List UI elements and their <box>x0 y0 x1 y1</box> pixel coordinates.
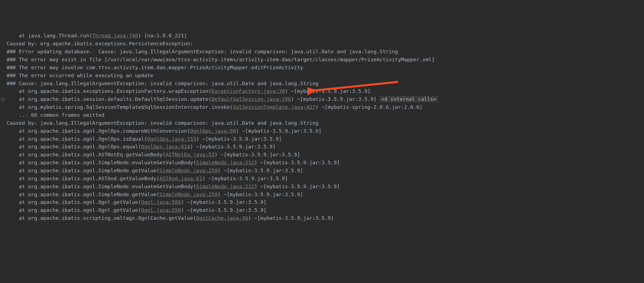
source-link[interactable]: OgnlCache.java:46 <box>196 215 248 221</box>
log-suffix: ) ~[mybatis-3.5.9.jar:3.5.9] <box>218 168 303 173</box>
log-text: ### Error updating database. Cause: java… <box>7 49 398 54</box>
log-suffix: ) ~[mybatis-3.5.9.jar:3.5.9] <box>254 160 340 165</box>
log-line: + at org.apache.ibatis.session.defaults.… <box>0 95 644 103</box>
log-text: ### The error may exist in file [/usr/lo… <box>7 57 435 62</box>
log-line: at org.apache.ibatis.ognl.ASTAnd.getValu… <box>0 175 644 183</box>
log-line: ### Error updating database. Cause: java… <box>0 48 644 56</box>
log-suffix: ) ~[mybatis-3.5.9.jar:3.5.9] <box>202 176 288 181</box>
source-link[interactable]: Ognl.java:586 <box>141 199 181 205</box>
source-link[interactable]: OgnlOps.java:98 <box>190 128 236 134</box>
log-suffix: ) ~[mybatis-3.5.9.jar:3.5.9] <box>254 184 340 189</box>
log-text: at org.apache.ibatis.ognl.OgnlOps.isEqua… <box>7 136 147 142</box>
log-line: at org.mybatis.spring.SqlSessionTemplate… <box>0 103 644 111</box>
log-text: at org.apache.ibatis.exceptions.Exceptio… <box>7 88 211 94</box>
log-line: at org.apache.ibatis.ognl.Ognl.getValue(… <box>0 198 644 206</box>
source-link[interactable]: Ognl.java:550 <box>141 207 181 213</box>
log-text: at org.mybatis.spring.SqlSessionTemplate… <box>7 104 233 110</box>
log-line: Caused by: org.apache.ibatis.exceptions.… <box>0 40 644 48</box>
log-suffix: ) ~[mybatis-3.5.9.jar:3.5.9] <box>181 199 267 205</box>
log-text: at org.apache.ibatis.ognl.ASTNotEq.getVa… <box>7 152 166 157</box>
log-line: at org.apache.ibatis.scripting.xmltags.O… <box>0 214 644 222</box>
log-text: at org.apache.ibatis.ognl.SimpleNode.get… <box>7 168 159 173</box>
log-text: at org.apache.ibatis.ognl.Ognl.getValue( <box>7 207 141 213</box>
log-suffix: ) ~[mybatis-3.5.9.jar:3.5.9] <box>218 192 303 197</box>
log-line: at org.apache.ibatis.ognl.SimpleNode.eva… <box>0 159 644 167</box>
log-line: at org.apache.ibatis.ognl.ASTNotEq.getVa… <box>0 151 644 159</box>
log-suffix: ) [na:1.8.0_221] <box>138 33 187 38</box>
log-suffix: ) ~[mybatis-3.5.9.jar:3.5.9] <box>190 144 276 149</box>
source-link[interactable]: OgnlOps.java:814 <box>141 144 190 149</box>
log-suffix: ) ~[mybatis-3.5.9.jar:3.5.9] <box>196 136 282 142</box>
log-text: at org.apache.ibatis.ognl.SimpleNode.eva… <box>7 184 196 189</box>
log-suffix: ) ~[mybatis-spring-2.0.6.jar:2.0.6] <box>315 104 422 110</box>
log-suffix: ) ~[mybatis-3.5.9.jar:3.5.9] <box>214 152 300 157</box>
log-line: ### The error occurred while executing a… <box>0 72 644 80</box>
source-link[interactable]: DefaultSqlSession.java:196 <box>211 96 291 102</box>
log-line: at org.apache.ibatis.ognl.SimpleNode.get… <box>0 167 644 175</box>
log-suffix: ) ~[mybatis-3.5.9.jar:3.5.9] <box>291 96 380 102</box>
source-link[interactable]: SimpleNode.java:212 <box>196 184 254 189</box>
log-line: at org.apache.ibatis.exceptions.Exceptio… <box>0 87 644 95</box>
log-line: at java.lang.Thread.run(Thread.java:748)… <box>0 32 644 40</box>
expand-icon[interactable]: + <box>1 98 5 101</box>
log-text: at org.apache.ibatis.ognl.ASTAnd.getValu… <box>7 176 159 181</box>
log-text: at org.apache.ibatis.ognl.SimpleNode.get… <box>7 192 159 197</box>
log-text: ... 66 common frames omitted <box>7 112 104 118</box>
log-text: Caused by: java.lang.IllegalArgumentExce… <box>7 120 318 126</box>
log-line: ### The error may exist in file [/usr/lo… <box>0 56 644 64</box>
log-line: at org.apache.ibatis.ognl.OgnlOps.isEqua… <box>0 135 644 143</box>
source-link[interactable]: SqlSessionTemplate.java:427 <box>233 104 315 110</box>
log-text: at org.apache.ibatis.ognl.OgnlOps.compar… <box>7 128 190 134</box>
source-link[interactable]: ExceptionFactory.java:30 <box>211 88 285 94</box>
log-line: at org.apache.ibatis.ognl.Ognl.getValue(… <box>0 206 644 214</box>
source-link[interactable]: SimpleNode.java:258 <box>159 168 218 173</box>
console-output[interactable]: at java.lang.Thread.run(Thread.java:748)… <box>0 32 644 222</box>
log-text: at org.apache.ibatis.ognl.SimpleNode.eva… <box>7 160 196 165</box>
log-text: ### Cause: java.lang.IllegalArgumentExce… <box>7 81 318 86</box>
log-text: Caused by: org.apache.ibatis.exceptions.… <box>7 41 196 46</box>
source-link[interactable]: SimpleNode.java:258 <box>159 192 218 197</box>
log-text: ### The error occurred while executing a… <box>7 73 153 78</box>
log-text: at org.apache.ibatis.scripting.xmltags.O… <box>7 215 196 221</box>
log-text: at org.apache.ibatis.session.defaults.De… <box>7 96 211 102</box>
log-text: ### The error may involve com.ttsx.activ… <box>7 65 303 70</box>
log-suffix: ) ~[mybatis-3.5.9.jar:3.5.9] <box>248 215 334 221</box>
log-line: at org.apache.ibatis.ognl.OgnlOps.compar… <box>0 127 644 135</box>
log-suffix: ) ~[mybatis-3.5.9.jar:3.5.9] <box>285 88 371 94</box>
log-suffix: ) ~[mybatis-3.5.9.jar:3.5.9] <box>181 207 267 213</box>
source-link[interactable]: OgnlOps.java:153 <box>147 136 196 142</box>
source-link[interactable]: SimpleNode.java:212 <box>196 160 254 165</box>
log-suffix: ) ~[mybatis-3.5.9.jar:3.5.9] <box>236 128 321 134</box>
log-text: at java.lang.Thread.run( <box>7 33 92 38</box>
log-line: ### The error may involve com.ttsx.activ… <box>0 64 644 72</box>
log-line: at org.apache.ibatis.ognl.SimpleNode.get… <box>0 191 644 199</box>
log-line: ### Cause: java.lang.IllegalArgumentExce… <box>0 80 644 88</box>
log-line: at org.apache.ibatis.ognl.OgnlOps.equal(… <box>0 143 644 151</box>
source-link[interactable]: ASTAnd.java:61 <box>159 176 202 181</box>
source-link[interactable]: Thread.java:748 <box>92 33 138 38</box>
log-text: at org.apache.ibatis.ognl.Ognl.getValue( <box>7 199 141 205</box>
source-link[interactable]: ASTNotEq.java:53 <box>166 152 214 157</box>
internal-calls-badge[interactable]: <4 internal calls> <box>380 96 438 102</box>
log-text: at org.apache.ibatis.ognl.OgnlOps.equal( <box>7 144 141 149</box>
log-line: at org.apache.ibatis.ognl.SimpleNode.eva… <box>0 183 644 191</box>
log-line: ... 66 common frames omitted <box>0 111 644 119</box>
log-line: Caused by: java.lang.IllegalArgumentExce… <box>0 119 644 127</box>
